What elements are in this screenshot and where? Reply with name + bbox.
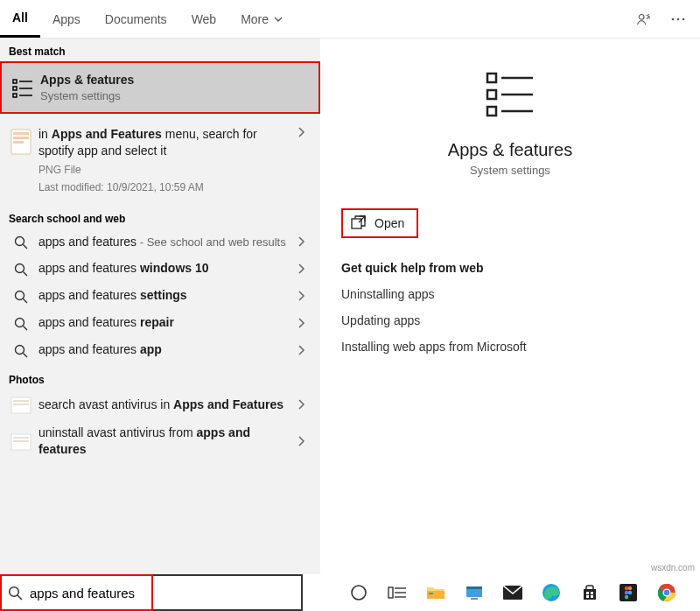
file-explorer-icon[interactable] xyxy=(425,582,446,603)
tab-apps[interactable]: Apps xyxy=(40,0,93,38)
web-result-text: apps and features - See school and web r… xyxy=(33,234,289,250)
svg-line-39 xyxy=(18,595,22,600)
figma-icon[interactable] xyxy=(618,582,639,603)
tab-web[interactable]: Web xyxy=(179,0,229,38)
result-apps-features[interactable]: Apps & features System settings xyxy=(0,61,320,114)
svg-rect-49 xyxy=(471,598,478,600)
svg-rect-26 xyxy=(13,404,29,405)
svg-rect-25 xyxy=(13,400,29,402)
photo-result-2[interactable]: uninstall avast antivirus from apps and … xyxy=(0,419,320,463)
open-button[interactable]: Open xyxy=(341,208,418,238)
tab-documents[interactable]: Documents xyxy=(93,0,179,38)
svg-point-14 xyxy=(16,237,24,246)
svg-rect-4 xyxy=(13,80,17,83)
svg-rect-52 xyxy=(586,592,589,594)
chevron-right-icon[interactable] xyxy=(289,344,313,356)
task-view-icon[interactable] xyxy=(387,582,408,603)
edge-icon[interactable] xyxy=(541,582,562,603)
web-result-text: apps and features repair xyxy=(33,314,289,331)
chevron-right-icon[interactable] xyxy=(289,263,313,275)
app-icon-large xyxy=(480,65,540,124)
svg-point-3 xyxy=(682,18,685,20)
tab-more-label: More xyxy=(241,12,269,26)
svg-line-21 xyxy=(24,326,28,330)
svg-line-15 xyxy=(24,245,28,249)
chevron-right-icon[interactable] xyxy=(289,126,313,138)
store-icon[interactable] xyxy=(579,582,600,603)
search-results-pane: Best match Apps & features System settin… xyxy=(0,39,320,574)
web-result-1[interactable]: apps and features - See school and web r… xyxy=(0,228,320,256)
svg-point-20 xyxy=(16,318,24,327)
details-subtitle: System settings xyxy=(470,164,550,177)
tab-all[interactable]: All xyxy=(0,0,40,38)
svg-rect-48 xyxy=(466,586,482,589)
svg-point-2 xyxy=(677,18,680,20)
image-file-icon xyxy=(9,395,33,414)
more-options-icon[interactable] xyxy=(670,11,686,27)
web-result-5[interactable]: apps and features app xyxy=(0,336,320,363)
chevron-right-icon[interactable] xyxy=(289,398,313,411)
section-photos: Photos xyxy=(0,367,320,390)
svg-line-23 xyxy=(24,353,28,357)
result-subtitle: System settings xyxy=(40,88,312,104)
svg-rect-34 xyxy=(487,107,496,116)
search-icon xyxy=(9,315,33,331)
result-modified: Last modified: 10/9/2021, 10:59 AM xyxy=(38,180,289,194)
svg-point-38 xyxy=(9,586,18,596)
web-result-2[interactable]: apps and features windows 10 xyxy=(0,255,320,282)
svg-point-22 xyxy=(16,345,24,354)
svg-rect-53 xyxy=(591,592,593,594)
details-pane: Apps & features System settings Open Get… xyxy=(320,39,700,574)
svg-rect-36 xyxy=(352,219,361,228)
svg-line-19 xyxy=(24,298,28,303)
result-png-file[interactable]: in Apps and Features menu, search for sp… xyxy=(0,119,320,200)
svg-rect-8 xyxy=(13,94,17,97)
svg-point-61 xyxy=(625,595,628,599)
web-result-3[interactable]: apps and features settings xyxy=(0,282,320,309)
image-file-icon xyxy=(9,126,33,156)
web-result-text: apps and features app xyxy=(33,341,289,358)
svg-rect-46 xyxy=(429,593,433,594)
svg-point-0 xyxy=(639,14,644,19)
open-label: Open xyxy=(374,216,404,230)
search-icon xyxy=(9,288,33,304)
applet-icon[interactable] xyxy=(464,582,485,603)
chevron-right-icon[interactable] xyxy=(289,235,313,248)
cortana-icon[interactable] xyxy=(348,582,369,603)
photo-result-1[interactable]: search avast antivirus in Apps and Featu… xyxy=(0,390,320,419)
open-icon xyxy=(350,215,366,231)
chevron-right-icon[interactable] xyxy=(289,317,313,329)
help-link-webapps[interactable]: Installing web apps from Microsoft xyxy=(341,340,679,354)
chevron-right-icon[interactable] xyxy=(289,435,313,447)
attribution-text: wsxdn.com xyxy=(651,563,695,572)
feedback-icon[interactable] xyxy=(635,11,651,27)
tab-more[interactable]: More xyxy=(228,0,295,38)
search-icon xyxy=(9,234,33,249)
search-input[interactable] xyxy=(28,585,301,601)
svg-rect-54 xyxy=(586,595,589,598)
mail-icon[interactable] xyxy=(502,582,523,603)
help-link-update[interactable]: Updating apps xyxy=(341,313,679,327)
photo-result-text: search avast antivirus in Apps and Featu… xyxy=(33,397,289,413)
photo-result-text: uninstall avast antivirus from apps and … xyxy=(33,425,289,458)
svg-rect-45 xyxy=(427,591,444,599)
svg-point-57 xyxy=(625,586,628,590)
web-result-4[interactable]: apps and features repair xyxy=(0,309,320,336)
svg-rect-55 xyxy=(591,595,593,598)
result-filetype: PNG File xyxy=(38,163,289,177)
svg-point-1 xyxy=(672,18,675,20)
svg-point-40 xyxy=(352,586,366,600)
svg-point-16 xyxy=(16,263,24,272)
result-text: in Apps and Features menu, search for sp… xyxy=(38,126,289,159)
image-file-icon xyxy=(9,432,33,451)
svg-point-18 xyxy=(16,291,24,299)
chrome-icon[interactable] xyxy=(656,582,677,603)
search-box[interactable] xyxy=(0,574,303,611)
svg-rect-30 xyxy=(487,74,496,82)
svg-rect-11 xyxy=(13,132,29,135)
chevron-down-icon xyxy=(274,15,283,24)
help-link-uninstall[interactable]: Uninstalling apps xyxy=(341,287,679,301)
section-best-match: Best match xyxy=(0,39,320,61)
search-icon xyxy=(9,342,33,358)
chevron-right-icon[interactable] xyxy=(289,290,313,302)
